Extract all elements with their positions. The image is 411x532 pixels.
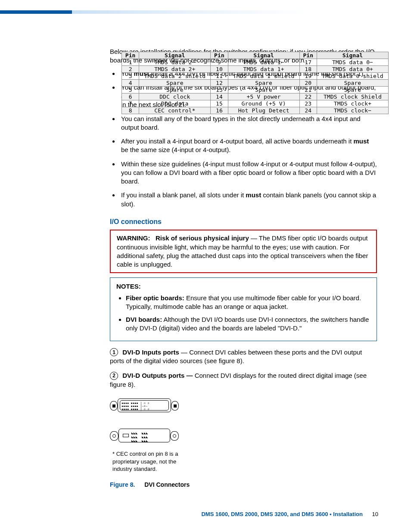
table-cell: Ground (+5 V): [228, 100, 299, 107]
table-cell: +5 V power: [228, 93, 299, 100]
list-item: If you install a blank panel, all slots …: [119, 191, 377, 208]
table-row: 7DDC data15Ground (+5 V)23TMDS clock+: [122, 100, 389, 107]
table-cell: TMDS data 0−: [317, 59, 388, 66]
table-cell: 18: [299, 66, 317, 73]
port-lead: DVI-D Outputs ports —: [122, 372, 193, 379]
table-cell: DDC clock: [139, 93, 211, 100]
table-header-cell: Pin: [299, 52, 317, 59]
table-cell: 24: [299, 107, 317, 114]
table-cell: Spare: [228, 87, 299, 93]
table-cell: 9: [211, 59, 228, 66]
header-accent-bar: [0, 10, 72, 14]
table-cell: 8: [122, 107, 139, 114]
connector-drawings: ▪▪▪▪ ▪▪▪▪ | ▫ ▫ ▪▪▪▪ ▪▪▪▪ |—+— ▪▪▪▪ ▪▪▪▪…: [110, 395, 183, 473]
table-cell: 1: [122, 59, 139, 66]
table-row: 8CEC control*16Hot Plug Detect24TMDS clo…: [122, 107, 389, 114]
table-cell: 15: [211, 100, 228, 107]
table-cell: TMDS data 1+: [228, 66, 299, 73]
footer-text: DMS 1600, DMS 2000, DMS 3200, and DMS 36…: [201, 511, 362, 517]
note-lead: DVI boards:: [126, 316, 162, 323]
table-cell: 13: [211, 87, 228, 93]
table-header-row: PinSignalPinSignalPinSignal: [122, 52, 389, 59]
list-item: Fiber optic boards: Ensure that you use …: [126, 294, 371, 311]
table-row: 6DDC clock14+5 V power22TMDS clock Shiel…: [122, 93, 389, 100]
text: be the same size (4-input or 4-output).: [121, 146, 230, 153]
table-cell: TMDS data 1−: [228, 59, 299, 66]
table-cell: 16: [211, 107, 228, 114]
table-cell: Spare: [139, 80, 211, 87]
table-cell: DDC data: [139, 100, 211, 107]
table-cell: Spare: [139, 87, 211, 93]
table-cell: 3: [122, 73, 139, 80]
text: If you install a blank panel, all slots …: [121, 191, 246, 199]
table-cell: TMDS data 0+: [317, 66, 388, 73]
table-cell: 14: [211, 93, 228, 100]
table-cell: TMDS data 2+: [139, 66, 211, 73]
table-cell: Spare: [317, 80, 388, 87]
figure-caption: Figure 8. DVI Connectors: [110, 481, 377, 489]
table-cell: 20: [299, 80, 317, 87]
table-cell: 12: [211, 80, 228, 87]
warning-box: WARNING: Risk of serious physical injury…: [110, 230, 377, 273]
table-cell: TMDS clock Shield: [317, 93, 388, 100]
table-header-cell: Pin: [122, 52, 139, 59]
list-item: You can install any of the board types i…: [119, 115, 377, 132]
table-cell: Spare: [317, 87, 388, 93]
list-item: Within these size guidelines (4-input mu…: [119, 160, 377, 186]
table-cell: CEC control*: [139, 107, 211, 114]
figure-number: Figure 8.: [110, 481, 135, 488]
table-row: 3TMDS data 2 shield11TMDS data 1 shield1…: [122, 73, 389, 80]
figure-8: ▪▪▪▪ ▪▪▪▪ | ▫ ▫ ▪▪▪▪ ▪▪▪▪ |—+— ▪▪▪▪ ▪▪▪▪…: [110, 395, 377, 473]
table-cell: Spare: [228, 80, 299, 87]
note-text: Although the DVI I/O boards use DVI-I co…: [126, 316, 369, 332]
table-cell: 5: [122, 87, 139, 93]
list-item: After you install a 4-input board or 4-o…: [119, 137, 377, 155]
table-row: 5Spare13Spare21Spare: [122, 87, 389, 93]
table-cell: 2: [122, 66, 139, 73]
io-connections-heading: I/O connections: [110, 217, 377, 227]
table-row: 4Spare12Spare20Spare: [122, 80, 389, 87]
dvi-male-icon: ◣◣◣ ◣◣◣ ◣◣◣ ◣◣◣ ◣◣◣ ◣◣◣: [110, 427, 179, 444]
table-cell: 21: [299, 87, 317, 93]
pinout-table: PinSignalPinSignalPinSignal 1TMDS data 2…: [121, 52, 389, 114]
table-cell: TMDS clock+: [317, 100, 388, 107]
port-lead: DVI-D Inputs ports: [122, 348, 179, 356]
table-cell: 11: [211, 73, 228, 80]
note-lead: Fiber optic boards:: [126, 294, 184, 302]
table-cell: 22: [299, 93, 317, 100]
circle-number-1: 1: [110, 348, 118, 356]
table-cell: TMDS clock−: [317, 107, 388, 114]
table-body: 1TMDS data 2−9TMDS data 1−17TMDS data 0−…: [122, 59, 389, 114]
bold: must: [354, 137, 369, 145]
table-cell: 17: [299, 59, 317, 66]
bold: must: [246, 191, 261, 199]
circle-number-2: 2: [110, 372, 118, 380]
page-number: 10: [372, 511, 378, 517]
table-cell: TMDS data 1 shield: [228, 73, 299, 80]
header-gradient: [72, 10, 411, 14]
table-header-cell: Pin: [211, 52, 228, 59]
port-descriptions: 1 DVI-D Inputs ports — Connect DVI cable…: [110, 348, 377, 389]
notes-label: NOTES:: [116, 282, 371, 291]
warning-label: WARNING:: [117, 234, 150, 242]
table-header-cell: Signal: [228, 52, 299, 59]
list-item: DVI boards: Although the DVI I/O boards …: [126, 315, 371, 333]
warning-title: Risk of serious physical injury: [156, 234, 249, 242]
table-cell: TMDS data 2−: [139, 59, 211, 66]
table-cell: 19: [299, 73, 317, 80]
table-cell: 4: [122, 80, 139, 87]
table-cell: 6: [122, 93, 139, 100]
figure-title: DVI Connectors: [144, 481, 190, 488]
table-row: 1TMDS data 2−9TMDS data 1−17TMDS data 0−: [122, 59, 389, 66]
table-cell: TMDS data 0 shield: [317, 73, 388, 80]
table-cell: 7: [122, 100, 139, 107]
table-header-cell: Signal: [317, 52, 388, 59]
table-cell: TMDS data 2 shield: [139, 73, 211, 80]
table-cell: 23: [299, 100, 317, 107]
table-cell: Hot Plug Detect: [228, 107, 299, 114]
port-item: 1 DVI-D Inputs ports — Connect DVI cable…: [110, 348, 377, 366]
port-item: 2 DVI-D Outputs ports — Connect DVI disp…: [110, 371, 377, 389]
page-content: Below are installation guidelines for th…: [110, 47, 377, 489]
notes-box: NOTES: Fiber optic boards: Ensure that y…: [110, 277, 377, 341]
dvi-female-icon: ▪▪▪▪ ▪▪▪▪ | ▫ ▫ ▪▪▪▪ ▪▪▪▪ |—+— ▪▪▪▪ ▪▪▪▪…: [110, 398, 179, 413]
